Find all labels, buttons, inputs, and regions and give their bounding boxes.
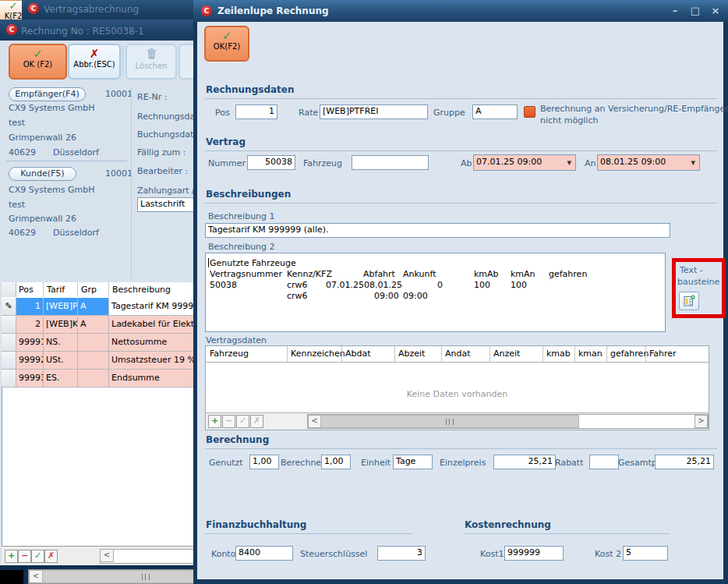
table-hscrollbar[interactable] bbox=[100, 549, 194, 564]
konto-label: Konto bbox=[211, 549, 235, 559]
close-button[interactable]: × bbox=[708, 5, 723, 16]
kunde-name2: test bbox=[9, 200, 25, 210]
delete-row-button[interactable]: − bbox=[222, 415, 235, 428]
check-icon: ✓ bbox=[10, 48, 65, 60]
konto-input[interactable]: 8400 bbox=[235, 546, 293, 561]
section-finanzbuchhaltung: Finanzbuchhaltung bbox=[206, 519, 306, 530]
confirm-row-button[interactable]: ✓ bbox=[236, 415, 249, 428]
scrollbar-thumb[interactable] bbox=[42, 570, 195, 583]
genutzt-label: Genutzt bbox=[209, 458, 243, 468]
einzelpreis-label: Einzelpreis bbox=[440, 458, 486, 468]
pencil-icon: ✎ bbox=[2, 298, 16, 316]
delete-button[interactable]: Löschen bbox=[125, 44, 177, 80]
rate-input[interactable]: [WEB]PTFREI bbox=[320, 104, 428, 119]
scroll-left-arrow[interactable]: < bbox=[308, 415, 321, 428]
scroll-left-arrow[interactable]: < bbox=[100, 549, 114, 562]
clipped-toolbar-button[interactable] bbox=[178, 44, 195, 80]
cancel-row-button[interactable]: ✗ bbox=[44, 550, 58, 563]
beschreibung2-textarea[interactable]: Genutzte Fahrzeuge Vertragsnummer Kennz/… bbox=[205, 253, 666, 332]
berechnet-label: Berechnet bbox=[281, 458, 324, 468]
section-berechnung: Berechnung bbox=[206, 434, 269, 445]
ab-datetime-dropdown[interactable]: 07.01.25 09:00 ▾ bbox=[473, 154, 576, 171]
invoice-window-title: Rechnung No : RE50038-1 bbox=[21, 26, 144, 37]
bearbeiter-label: Bearbeiter : bbox=[137, 166, 188, 176]
dialog-titlebar[interactable]: C Zeilenlupe Rechnung – □ × bbox=[193, 0, 728, 22]
col-grp: Grp bbox=[81, 285, 97, 295]
an-datetime-dropdown[interactable]: 08.01.25 09:00 ▾ bbox=[597, 154, 700, 171]
checkbox-label-1: Berechnung an Versicherung/RE-Empfänger bbox=[540, 104, 728, 114]
buchungsdatum-label: Buchungsdatu bbox=[137, 129, 199, 140]
section-beschreibungen: Beschreibungen bbox=[206, 189, 291, 200]
table-hscrollbar[interactable]: < > bbox=[307, 414, 709, 429]
dialog-title: Zeilenlupe Rechnung bbox=[217, 5, 329, 16]
table-row[interactable]: 2 [WEB]K. A Ladekabel für Elektroa bbox=[2, 316, 193, 334]
gruppe-input[interactable]: A bbox=[472, 104, 518, 119]
vertragsdaten-label: Vertragsdaten bbox=[206, 335, 267, 345]
kost2-input[interactable]: 5 bbox=[623, 546, 668, 561]
maximize-button[interactable]: □ bbox=[687, 5, 703, 16]
textbausteine-label-1: Text - bbox=[680, 265, 703, 275]
kunde-city: Düsseldorf bbox=[53, 228, 99, 238]
add-row-button[interactable]: + bbox=[208, 415, 221, 428]
beschreibung1-label: Beschreibung 1 bbox=[208, 211, 275, 221]
chevron-down-icon: ▾ bbox=[567, 156, 571, 170]
invoice-window-titlebar[interactable]: C Rechnung No : RE50038-1 bbox=[0, 19, 193, 41]
window-hscrollbar[interactable]: < bbox=[28, 569, 195, 584]
textbausteine-button[interactable] bbox=[679, 292, 699, 310]
cancel-row-button[interactable]: ✗ bbox=[250, 415, 263, 428]
section-rechnungsdaten: Rechnungsdaten bbox=[206, 84, 295, 95]
kost1-input[interactable]: 999999 bbox=[504, 546, 564, 561]
row-selector-header bbox=[2, 282, 16, 297]
an-label: An bbox=[585, 158, 596, 168]
ok-button[interactable]: ✓ OK (F2) bbox=[9, 44, 67, 80]
kunde-zip: 40629 bbox=[9, 228, 36, 238]
einzelpreis-input[interactable]: 25,21 bbox=[493, 455, 556, 469]
screen: ✓ K(F2 C Vertragsabrechnung C Rechnung N… bbox=[0, 0, 728, 584]
dialog-ok-button[interactable]: ✓ OK(F2) bbox=[204, 26, 249, 62]
gruppe-label: Gruppe bbox=[433, 108, 465, 118]
rate-label: Rate bbox=[299, 108, 318, 118]
section-kostenrechnung: Kostenrechnung bbox=[465, 519, 551, 530]
chevron-down-icon: ▾ bbox=[691, 156, 695, 170]
einheit-label: Einheit bbox=[361, 458, 391, 468]
vertragsdaten-nav: + − ✓ ✗ < > bbox=[206, 412, 709, 430]
check-icon: ✓ bbox=[206, 30, 248, 42]
table-row[interactable]: 99992 USt. Umsatzsteuer 19 % bbox=[2, 352, 193, 370]
beschreibung1-input[interactable]: Tagestarif KM 999999 (alle). bbox=[205, 223, 670, 238]
scroll-left-arrow[interactable]: < bbox=[29, 570, 43, 583]
dialog-icon: C bbox=[201, 5, 212, 16]
scrollbar-thumb[interactable] bbox=[320, 415, 579, 428]
table-row[interactable]: 99991 NS. Nettosumme bbox=[2, 334, 193, 352]
delete-row-button[interactable]: − bbox=[18, 550, 31, 563]
versicherung-checkbox[interactable] bbox=[524, 106, 535, 118]
confirm-row-button[interactable]: ✓ bbox=[31, 550, 44, 563]
col-beschreibung: Beschreibung bbox=[112, 285, 171, 295]
col-pos: Pos bbox=[19, 285, 34, 295]
table-row[interactable]: 99993 ES. Endsumme bbox=[2, 370, 193, 388]
empfaenger-button[interactable]: Empfänger(F4) bbox=[9, 87, 86, 101]
steuerschluessel-input[interactable]: 3 bbox=[377, 546, 426, 561]
cross-icon: ✗ bbox=[69, 48, 119, 60]
cancel-button[interactable]: ✗ Abbr.(ESC) bbox=[68, 44, 121, 80]
kunde-button[interactable]: Kunde(F5) bbox=[9, 167, 76, 181]
genutzt-input[interactable]: 1,00 bbox=[249, 455, 279, 469]
zahlungsart-input[interactable]: Lastschrift bbox=[137, 197, 198, 212]
nummer-input[interactable]: 50038 bbox=[247, 155, 295, 170]
checkbox-label-2: nicht möglich bbox=[540, 115, 598, 126]
pos-input[interactable]: 1 bbox=[235, 104, 277, 119]
add-row-button[interactable]: + bbox=[5, 550, 18, 563]
table-row[interactable]: ✎ 1 [WEB]P A Tagestarif KM 999999 bbox=[2, 298, 193, 316]
einheit-input[interactable]: Tage bbox=[393, 455, 433, 469]
fahrzeug-input[interactable] bbox=[352, 155, 429, 170]
trash-icon bbox=[127, 48, 175, 62]
gesamtpreis-input[interactable]: 25,21 bbox=[655, 455, 714, 469]
dialog-ok-label: OK(F2) bbox=[206, 42, 248, 51]
rabatt-input[interactable] bbox=[589, 455, 619, 469]
table-nav-toolbar: + − ✓ ✗ < bbox=[2, 546, 193, 565]
panel-divider bbox=[131, 87, 132, 279]
scroll-right-arrow[interactable]: > bbox=[694, 415, 708, 428]
empfaenger-zip: 40629 bbox=[9, 147, 36, 158]
text-caret bbox=[208, 258, 209, 267]
minimize-button[interactable]: – bbox=[667, 5, 683, 16]
berechnet-input[interactable]: 1,00 bbox=[321, 455, 351, 469]
